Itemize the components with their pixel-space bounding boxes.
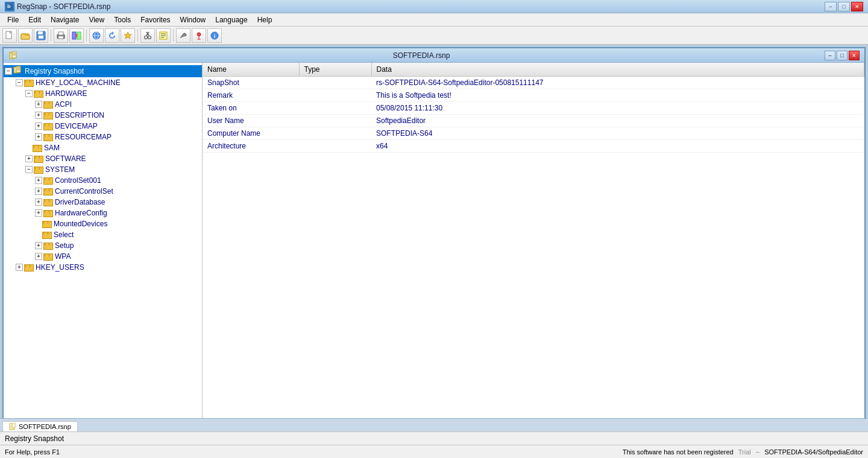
toolbar-sep-2 [86,30,87,42]
driverdatabase-folder-icon [43,199,53,206]
tree-resourcemap[interactable]: + RESOURCEMAP [4,132,202,142]
inner-window-title: SOFTPEDIA.rsnp [18,51,825,60]
tree-system[interactable]: − SYSTEM [4,164,202,175]
minimize-button[interactable]: − [825,2,837,11]
svg-rect-7 [38,31,43,34]
software-expander[interactable]: + [25,155,33,162]
tree-root[interactable]: − Registry Snapshot [4,65,202,77]
cell-name: Architecture [203,140,299,153]
tree-description[interactable]: + DESCRIPTION [4,110,202,121]
svg-point-22 [148,36,151,39]
currentcontrolset-expander[interactable]: + [35,188,42,195]
tree-hklm[interactable]: − HKEY_LOCAL_MACHINE [4,77,202,88]
tree-controlset001[interactable]: + ControlSet001 [4,175,202,186]
menu-window[interactable]: Window [175,14,211,25]
user-info-text: SOFTPEDIA-S64/SoftpediaEditor [764,448,863,456]
tab-label: SOFTPEDIA.rsnp [19,423,71,430]
tree-hku[interactable]: + HKEY_USERS [4,262,202,273]
table-row[interactable]: Computer Name SOFTPEDIA-S64 [203,127,864,140]
setup-expander[interactable]: + [35,242,42,249]
tree-hardware[interactable]: − HARDWARE [4,88,202,99]
cell-data: This is a Softpedia test! [371,89,864,102]
toolbar-new[interactable] [2,28,17,43]
menu-edit[interactable]: Edit [24,14,46,25]
toolbar-tools[interactable] [176,28,190,43]
software-label: SOFTWARE [45,154,86,164]
tree-acpi[interactable]: + ACPI [4,99,202,110]
currentcontrolset-label: CurrentControlSet [55,186,113,196]
tree-panel[interactable]: − Registry Snapshot − HKEY_LOCAL_MACHINE [4,63,203,428]
bottom-status-bar: For Help, press F1 This software has not… [0,445,868,458]
menu-favorites[interactable]: Favorites [136,14,175,25]
wpa-expander[interactable]: + [35,253,42,260]
inner-window-controls: − □ ✕ [825,51,860,60]
toolbar-save[interactable] [34,28,48,43]
description-expander[interactable]: + [35,112,42,119]
data-panel: Name Type Data SnapShot rs-SOFTPEDIA-S64… [203,63,864,428]
system-expander[interactable]: − [25,166,33,173]
toolbar-info[interactable]: i [207,28,222,43]
svg-point-27 [197,33,201,36]
inner-minimize-button[interactable]: − [825,51,835,60]
toolbar-print[interactable] [54,28,68,43]
hardwareconfig-expander[interactable]: + [35,209,42,217]
tree-mounteddevices[interactable]: MountedDevices [4,218,202,229]
title-bar-left: RegSnap - SOFTPEDIA.rsnp [5,2,110,11]
toolbar-favorites[interactable] [121,28,135,43]
tree-select[interactable]: Select [4,229,202,240]
registry-status-bar: Registry Snapshot [0,431,868,445]
toolbar-location[interactable] [192,28,206,43]
tree-hardwareconfig[interactable]: + HardwareConfig [4,208,202,218]
menu-help[interactable]: Help [253,14,277,25]
controlset001-folder-icon [43,177,53,185]
hklm-expander[interactable]: − [16,79,23,86]
hku-folder-icon [24,264,34,272]
root-expander[interactable]: − [5,68,12,75]
menu-navigate[interactable]: Navigate [46,14,84,25]
inner-close-button[interactable]: ✕ [849,51,860,60]
inner-restore-button[interactable]: □ [837,51,848,60]
close-button[interactable]: ✕ [851,2,863,11]
select-label: Select [54,230,74,240]
toolbar-open[interactable] [18,28,33,43]
menu-tools[interactable]: Tools [109,14,136,25]
hardware-expander[interactable]: − [25,90,33,97]
toolbar-compare[interactable] [69,28,84,43]
toolbar-refresh[interactable] [105,28,119,43]
tab-file-icon [9,423,16,430]
table-row[interactable]: Architecture x64 [203,140,864,153]
tree-wpa[interactable]: + WPA [4,251,202,262]
wpa-folder-icon [43,253,53,261]
table-row[interactable]: Taken on 05/08/2015 11:11:30 [203,102,864,115]
menu-language[interactable]: Language [210,14,252,25]
menu-bar: File Edit Navigate View Tools Favorites … [0,13,868,27]
acpi-expander[interactable]: + [35,101,42,108]
table-row[interactable]: Remark This is a Softpedia test! [203,89,864,102]
menu-view[interactable]: View [84,14,109,25]
system-folder-icon [34,166,43,174]
toolbar-edit[interactable] [156,28,171,43]
not-registered-text: This software has not been registered [623,448,734,456]
driverdatabase-expander[interactable]: + [35,199,42,206]
resourcemap-expander[interactable]: + [35,133,42,141]
tree-currentcontrolset[interactable]: + CurrentControlSet [4,186,202,197]
controlset001-expander[interactable]: + [35,177,42,184]
tree-setup[interactable]: + Setup [4,240,202,251]
system-label: SYSTEM [45,165,75,174]
hardware-folder-icon [34,90,43,98]
toolbar-web[interactable] [89,28,104,43]
cell-name: Computer Name [203,127,299,140]
toolbar-cut[interactable] [140,28,155,43]
restore-button[interactable]: □ [838,2,850,11]
tree-driverdatabase[interactable]: + DriverDatabase [4,197,202,208]
tab-softpedia[interactable]: SOFTPEDIA.rsnp [2,421,78,431]
devicemap-expander[interactable]: + [35,122,42,130]
menu-file[interactable]: File [2,14,24,25]
tree-sam[interactable]: SAM [4,142,202,153]
table-row[interactable]: SnapShot rs-SOFTPEDIA-S64-SoftpediaEdito… [203,77,864,89]
cell-data: x64 [371,140,864,153]
hku-expander[interactable]: + [16,264,23,271]
table-row[interactable]: User Name SoftpediaEditor [203,115,864,127]
tree-software[interactable]: + SOFTWARE [4,153,202,164]
tree-devicemap[interactable]: + DEVICEMAP [4,121,202,132]
